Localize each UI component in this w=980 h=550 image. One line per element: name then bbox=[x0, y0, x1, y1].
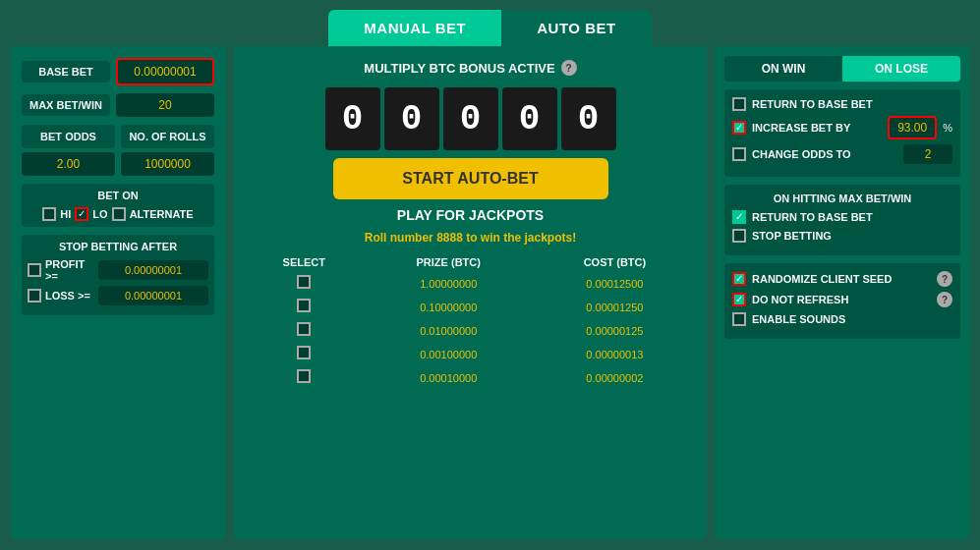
digit-4: 0 bbox=[561, 87, 616, 150]
jackpot-select-2[interactable] bbox=[297, 322, 311, 336]
alternate-checkbox[interactable] bbox=[112, 207, 126, 221]
increase-label: INCREASE BET BY bbox=[752, 122, 882, 134]
digit-2: 0 bbox=[443, 87, 498, 150]
jackpot-row: 0.01000000 0.00000125 bbox=[244, 319, 697, 343]
multiply-help-icon[interactable]: ? bbox=[561, 60, 577, 76]
jackpot-select-3[interactable] bbox=[297, 346, 311, 359]
return-base-row: RETURN TO BASE BET bbox=[732, 97, 952, 111]
hitting-return-checkbox[interactable]: ✓ bbox=[732, 210, 746, 224]
randomize-label: RANDOMIZE CLIENT SEED bbox=[752, 273, 931, 285]
no-rolls-value[interactable]: 1000000 bbox=[121, 152, 214, 176]
col-prize: PRIZE (BTC) bbox=[365, 252, 533, 272]
hi-checkbox[interactable] bbox=[42, 207, 56, 221]
max-bet-value[interactable]: 20 bbox=[116, 93, 214, 117]
profit-label: PROFIT >= bbox=[45, 258, 94, 282]
loss-row: LOSS >= 0.00000001 bbox=[28, 286, 208, 305]
win-lose-tabs: ON WIN ON LOSE bbox=[724, 56, 960, 82]
stop-betting-checkbox[interactable] bbox=[732, 229, 746, 243]
return-base-checkbox[interactable] bbox=[732, 97, 746, 111]
bet-odds-label: BET ODDS bbox=[22, 125, 115, 148]
lo-label: LO bbox=[92, 208, 107, 220]
digit-0: 0 bbox=[325, 87, 380, 150]
not-refresh-label: DO NOT REFRESH bbox=[752, 294, 931, 305]
tab-manual[interactable]: MANUAL BET bbox=[328, 10, 501, 46]
enable-sounds-row: ENABLE SOUNDS bbox=[732, 312, 952, 326]
base-bet-value[interactable]: 0.00000001 bbox=[116, 58, 214, 85]
on-lose-tab[interactable]: ON LOSE bbox=[842, 56, 960, 82]
increase-checkbox[interactable]: ✓ bbox=[732, 121, 746, 135]
tab-auto[interactable]: AUTO BET bbox=[501, 10, 651, 46]
hitting-return-row: ✓ RETURN TO BASE BET bbox=[732, 210, 952, 224]
base-bet-label: BASE BET bbox=[22, 61, 110, 82]
jackpot-prize-1: 0.10000000 bbox=[365, 296, 533, 319]
loss-label: LOSS >= bbox=[45, 290, 94, 302]
lo-checkbox[interactable]: ✓ bbox=[75, 207, 88, 221]
max-bet-label: MAX BET/WIN bbox=[22, 94, 110, 116]
enable-sounds-label: ENABLE SOUNDS bbox=[752, 313, 952, 325]
not-refresh-check: ✓ bbox=[735, 295, 743, 304]
change-odds-label: CHANGE ODDS TO bbox=[752, 148, 897, 160]
jackpot-cost-1: 0.00001250 bbox=[533, 296, 697, 319]
jackpot-cost-2: 0.00000125 bbox=[533, 319, 697, 343]
jackpot-select-1[interactable] bbox=[297, 299, 311, 312]
randomize-checkbox[interactable]: ✓ bbox=[732, 272, 746, 286]
jackpot-prize-3: 0.00100000 bbox=[365, 343, 533, 366]
on-win-tab[interactable]: ON WIN bbox=[724, 56, 842, 82]
jackpot-row: 0.00100000 0.00000013 bbox=[244, 343, 697, 366]
jackpot-prize-0: 1.00000000 bbox=[365, 272, 533, 296]
jackpot-table: SELECT PRIZE (BTC) COST (BTC) 1.00000000… bbox=[244, 252, 697, 390]
hi-label: HI bbox=[60, 208, 71, 220]
jackpot-row: 0.00010000 0.00000002 bbox=[244, 366, 697, 390]
profit-checkbox[interactable] bbox=[28, 263, 41, 277]
base-bet-row: BASE BET 0.00000001 bbox=[22, 58, 214, 85]
max-bet-row: MAX BET/WIN 20 bbox=[22, 93, 214, 117]
randomize-check: ✓ bbox=[735, 274, 743, 284]
profit-value[interactable]: 0.00000001 bbox=[98, 260, 208, 280]
not-refresh-help-icon[interactable]: ? bbox=[937, 292, 952, 307]
increase-bet-row: ✓ INCREASE BET BY 93.00 % bbox=[732, 116, 952, 139]
change-odds-value[interactable]: 2 bbox=[903, 144, 952, 164]
not-refresh-checkbox[interactable]: ✓ bbox=[732, 293, 746, 306]
jackpot-cost-3: 0.00000013 bbox=[533, 343, 697, 366]
col-select: SELECT bbox=[244, 252, 365, 272]
jackpot-row: 0.10000000 0.00001250 bbox=[244, 296, 697, 319]
loss-value[interactable]: 0.00000001 bbox=[98, 286, 208, 305]
on-hitting-title: ON HITTING MAX BET/WIN bbox=[732, 192, 952, 204]
pct-label: % bbox=[943, 122, 952, 134]
bet-on-title: BET ON bbox=[28, 190, 208, 201]
bet-on-section: BET ON HI ✓ LO ALTERNATE bbox=[22, 184, 214, 227]
col-cost: COST (BTC) bbox=[533, 252, 697, 272]
on-lose-section: RETURN TO BASE BET ✓ INCREASE BET BY 93.… bbox=[724, 89, 960, 177]
stop-after-section: STOP BETTING AFTER PROFIT >= 0.00000001 … bbox=[22, 235, 214, 315]
misc-section: ✓ RANDOMIZE CLIENT SEED ? ✓ DO NOT REFRE… bbox=[724, 263, 960, 339]
return-base-label: RETURN TO BASE BET bbox=[752, 98, 952, 110]
change-odds-row: CHANGE ODDS TO 2 bbox=[732, 144, 952, 164]
start-auto-bet-button[interactable]: START AUTO-BET bbox=[333, 158, 608, 199]
bet-on-options: HI ✓ LO ALTERNATE bbox=[28, 207, 208, 221]
profit-row: PROFIT >= 0.00000001 bbox=[28, 258, 208, 282]
bet-odds-item: BET ODDS 2.00 bbox=[22, 125, 115, 176]
multiply-banner: MULTIPLY BTC BONUS ACTIVE ? bbox=[354, 56, 586, 80]
change-odds-checkbox[interactable] bbox=[732, 147, 746, 161]
top-tabs: MANUAL BET AUTO BET bbox=[10, 10, 970, 46]
on-hitting-section: ON HITTING MAX BET/WIN ✓ RETURN TO BASE … bbox=[724, 185, 960, 255]
jackpot-title: PLAY FOR JACKPOTS bbox=[397, 207, 544, 223]
jackpot-prize-2: 0.01000000 bbox=[365, 319, 533, 343]
increase-value[interactable]: 93.00 bbox=[888, 116, 937, 139]
randomize-help-icon[interactable]: ? bbox=[937, 271, 952, 287]
stop-betting-row: STOP BETTING bbox=[732, 229, 952, 243]
bet-odds-value[interactable]: 2.00 bbox=[22, 152, 115, 176]
jackpot-sub: Roll number 8888 to win the jackpots! bbox=[365, 231, 576, 245]
jackpot-select-0[interactable] bbox=[297, 275, 311, 289]
increase-check-mark: ✓ bbox=[735, 123, 743, 133]
loss-checkbox[interactable] bbox=[28, 289, 41, 302]
jackpot-cost-4: 0.00000002 bbox=[533, 366, 697, 390]
jackpot-select-4[interactable] bbox=[297, 369, 311, 383]
odds-rolls-row: BET ODDS 2.00 NO. OF ROLLS 1000000 bbox=[22, 125, 214, 176]
digit-display: 0 0 0 0 0 bbox=[325, 87, 616, 150]
jackpot-row: 1.00000000 0.00012500 bbox=[244, 272, 697, 296]
multiply-text: MULTIPLY BTC BONUS ACTIVE bbox=[364, 61, 554, 76]
hitting-return-label: RETURN TO BASE BET bbox=[752, 211, 952, 223]
jackpot-prize-4: 0.00010000 bbox=[365, 366, 533, 390]
enable-sounds-checkbox[interactable] bbox=[732, 312, 746, 326]
